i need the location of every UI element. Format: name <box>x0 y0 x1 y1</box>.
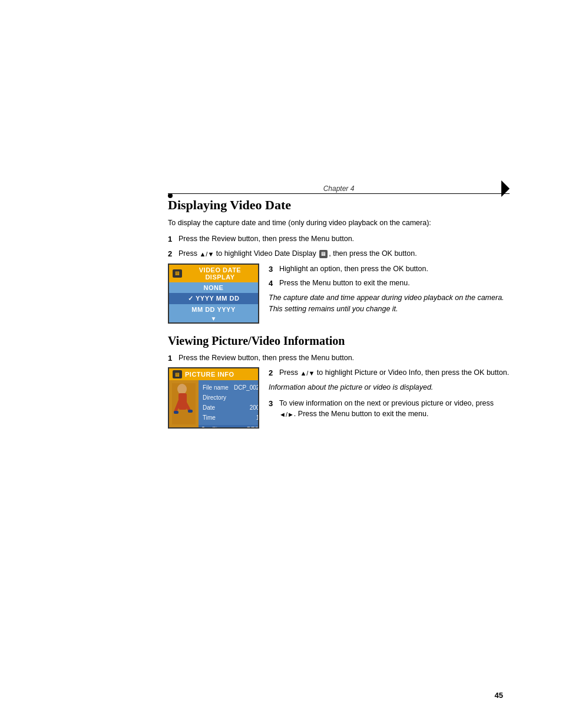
step-4: 4 Press the Menu button to exit the menu… <box>269 278 510 289</box>
step-4-num: 4 <box>269 278 279 289</box>
menu-header-text: VIDEO DATEDISPLAY <box>186 266 254 281</box>
section2-step-2: 2 Press ▲/▼ to highlight Picture or Vide… <box>269 367 510 379</box>
quality-label: Quality <box>201 426 221 429</box>
section2-step-2-text: Press ▲/▼ to highlight Picture or Video … <box>279 367 510 378</box>
step-1-text: Press the Review button, then press the … <box>178 233 510 245</box>
right-col-section2: 2 Press ▲/▼ to highlight Picture or Vide… <box>269 367 510 429</box>
svg-rect-6 <box>174 411 178 414</box>
section2-step-3-num: 3 <box>269 398 279 410</box>
arrow-up-down-icon: ▲/▼ <box>199 249 214 259</box>
check-icon: ✓ <box>188 295 194 302</box>
label-time: Time <box>203 413 230 423</box>
step-1: 1 Press the Review button, then press th… <box>168 233 510 245</box>
step-3: 3 Highlight an option, then press the OK… <box>269 263 510 275</box>
thumbnail-image <box>169 380 199 427</box>
picture-info-content: File name Directory Date Time DCP_0022_.… <box>169 380 258 427</box>
section2-step-1-num: 1 <box>168 353 178 364</box>
svg-rect-7 <box>188 410 193 413</box>
menu-arrow-down: ▼ <box>169 315 258 322</box>
picture-menu-icon-symbol: ▤ <box>175 372 180 377</box>
label-filename: File name <box>203 383 230 393</box>
section1-italic-note: The capture date and time appear during … <box>269 292 510 315</box>
section2-italic-note: Information about the picture or video i… <box>269 382 510 393</box>
video-date-menu: ▤ VIDEO DATEDISPLAY NONE ✓ YYYY MM DD <box>168 263 259 324</box>
picture-info-header-icon: ▤ <box>173 370 182 378</box>
two-col-section2: ▤ PICTURE INFO <box>168 367 510 429</box>
picture-info-header: ▤ PICTURE INFO <box>169 368 258 380</box>
step-4-text: Press the Menu button to exit the menu. <box>279 278 510 289</box>
step-2: 2 Press ▲/▼ to highlight Video Date Disp… <box>168 248 510 260</box>
menu-item-yyyymmdd[interactable]: ✓ YYYY MM DD <box>169 293 258 304</box>
step-1-num: 1 <box>168 233 178 245</box>
section2-step-3: 3 To view information on the next or pre… <box>269 398 510 420</box>
picture-info-header-text: PICTURE INFO <box>185 371 234 378</box>
label-date: Date <box>203 403 230 413</box>
step-3-text: Highlight an option, then press the OK b… <box>279 263 510 275</box>
arrow-ud-icon2: ▲/▼ <box>300 368 315 378</box>
page-container: Chapter 4 Displaying Video Date To displ… <box>0 0 562 728</box>
two-col-section1: ▤ VIDEO DATEDISPLAY NONE ✓ YYYY MM DD <box>168 263 510 324</box>
step-2-text: Press ▲/▼ to highlight Video Date Displa… <box>178 248 510 259</box>
menu-box: ▤ VIDEO DATEDISPLAY NONE ✓ YYYY MM DD <box>168 263 259 324</box>
menu-header: ▤ VIDEO DATEDISPLAY <box>169 265 258 282</box>
quality-value: BEST ★★★ <box>247 426 259 429</box>
picture-info-bottom: Quality BEST ★★★ <box>199 425 259 429</box>
chapter-bullet <box>168 193 173 198</box>
value-time: 17:45:25 <box>234 413 259 423</box>
menu-header-icon: ▤ <box>173 269 182 278</box>
section2: Viewing Picture/Video Information 1 Pres… <box>168 334 510 429</box>
menu-item-none[interactable]: NONE <box>169 282 258 293</box>
step-3-num: 3 <box>269 263 279 275</box>
content-area: Chapter 4 Displaying Video Date To displ… <box>168 183 510 429</box>
value-directory: xxxxxxx <box>234 393 259 403</box>
section2-italic-text: Information about the picture or video i… <box>269 383 433 391</box>
step-2-num: 2 <box>168 248 178 260</box>
chapter-arrow <box>501 180 510 197</box>
picture-thumbnail <box>169 380 199 427</box>
section2-step-1-text: Press the Review button, then press the … <box>178 353 510 364</box>
menu-icon-symbol: ▤ <box>175 271 180 276</box>
picture-info-values: DCP_0022_.JPG xxxxxxx 2003/10/25 17:45:2… <box>233 381 259 424</box>
page-number: 45 <box>495 691 503 700</box>
svg-point-2 <box>177 384 187 394</box>
section2-step-1: 1 Press the Review button, then press th… <box>168 353 510 364</box>
menu-camera-icon: ▤ <box>319 250 328 258</box>
section1-title: Displaying Video Date <box>168 197 510 213</box>
arrow-lr-icon: ◄/► <box>279 410 294 420</box>
label-directory: Directory <box>203 393 230 403</box>
chapter-text: Chapter 4 <box>323 185 355 193</box>
menu-item-yyyymmdd-label: YYYY MM DD <box>196 295 239 302</box>
chapter-line <box>168 193 510 194</box>
picture-info-menu: ▤ PICTURE INFO <box>168 367 259 429</box>
value-date: 2003/10/25 <box>234 403 259 413</box>
chapter-header: Chapter 4 <box>168 183 510 194</box>
italic-text: The capture date and time appear during … <box>269 294 504 313</box>
value-filename: DCP_0022_.JPG <box>234 383 259 393</box>
section1-intro: To display the capture date and time (on… <box>168 218 510 229</box>
section2-step-2-num: 2 <box>269 367 279 379</box>
menu-item-mmddyyyy[interactable]: MM DD YYYY <box>169 304 258 315</box>
right-col-section1: 3 Highlight an option, then press the OK… <box>269 263 510 324</box>
section2-title: Viewing Picture/Video Information <box>168 334 510 348</box>
section2-step-3-text: To view information on the next or previ… <box>279 398 510 420</box>
picture-info-labels: File name Directory Date Time <box>200 381 233 424</box>
